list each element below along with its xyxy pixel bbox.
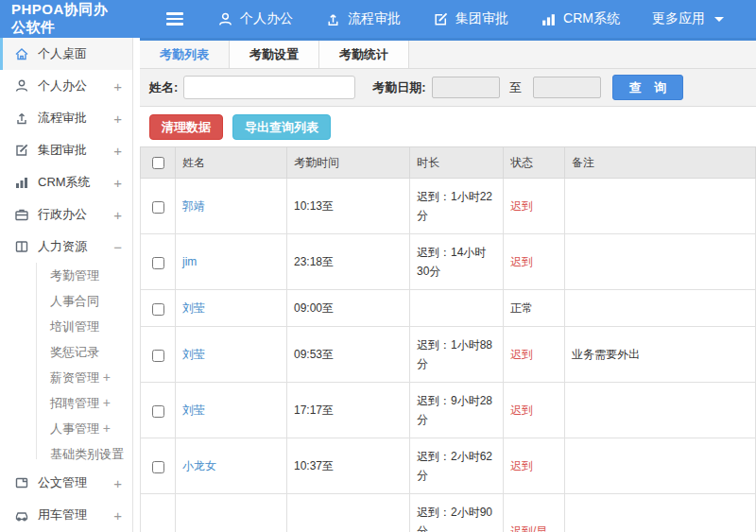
tab-bar: 考勤列表 考勤设置 考勤统计 [140, 41, 756, 69]
sidebar-item-group-approval[interactable]: 集团审批 + [0, 134, 132, 166]
top-menu-label: 流程审批 [348, 10, 401, 27]
hamburger-menu-icon[interactable] [166, 12, 183, 26]
note-cell: 1111 [565, 494, 756, 532]
employee-name-link[interactable]: 刘莹 [182, 301, 205, 315]
attendance-time-cell: 09:00至 [287, 290, 410, 327]
collapse-minus-icon[interactable]: − [113, 239, 122, 255]
main-content: 考勤列表 考勤设置 考勤统计 姓名: 考勤日期: 至 查 询 清理数据 导出查询… [140, 38, 756, 532]
table-header-row: 姓名 考勤时间 时长 状态 备注 [141, 147, 756, 179]
row-checkbox[interactable] [152, 461, 164, 473]
top-menu-group-approval[interactable]: 集团审批 [433, 10, 508, 27]
sidebar-subitem-salary[interactable]: 薪资管理 + [0, 365, 132, 390]
top-menu-crm[interactable]: CRM系统 [541, 10, 620, 27]
date-to-input[interactable] [533, 77, 601, 98]
column-header-name: 姓名 [176, 147, 287, 179]
employee-name-link[interactable]: 刘莹 [182, 403, 205, 417]
table-toolbar: 清理数据 导出查询列表 [140, 107, 756, 146]
note-cell [565, 234, 756, 290]
sidebar-subitem-label: 薪资管理 [50, 370, 99, 385]
row-checkbox[interactable] [152, 405, 164, 418]
expand-plus-icon[interactable]: + [113, 143, 122, 159]
attendance-table: 姓名 考勤时间 时长 状态 备注 郭靖 10:13至 迟到：1小时22分 [140, 146, 756, 532]
tab-attendance-settings[interactable]: 考勤设置 [230, 41, 319, 68]
duration-cell: 迟到：14小时30分 [410, 234, 504, 290]
note-cell [565, 438, 756, 494]
employee-name-link[interactable]: jim [182, 255, 197, 268]
book-icon [14, 239, 29, 254]
sidebar-item-desktop[interactable]: 个人桌面 [0, 38, 132, 70]
sidebar-item-admin-office[interactable]: 行政办公 + [0, 198, 132, 231]
topbar: PHPOA协同办公软件 个人办公 流程审批 集团审批 CRM系统 [0, 0, 756, 38]
expand-plus-icon[interactable]: + [103, 416, 111, 441]
top-menu-workflow-approval[interactable]: 流程审批 [325, 10, 401, 27]
expand-plus-icon[interactable]: + [103, 441, 111, 467]
sidebar-item-crm[interactable]: CRM系统 + [0, 166, 132, 198]
sidebar-subitem-rewards[interactable]: 奖惩记录 [0, 339, 132, 365]
sidebar-item-personal-office[interactable]: 个人办公 + [0, 70, 132, 102]
sidebar-item-label: 公文管理 [38, 474, 87, 491]
status-cell: 迟到/早退 [504, 494, 565, 532]
expand-plus-icon[interactable]: + [113, 507, 122, 523]
sidebar-hr-submenu: 考勤管理 人事合同 培训管理 奖惩记录 薪资管理 + 招聘管理 + 人事管理 +… [0, 263, 132, 467]
expand-plus-icon[interactable]: + [113, 175, 122, 191]
tab-attendance-stats[interactable]: 考勤统计 [319, 41, 409, 68]
attendance-time-cell: 17:17至 [287, 383, 410, 438]
select-all-checkbox[interactable] [152, 157, 164, 169]
top-menu-personal-office[interactable]: 个人办公 [217, 10, 293, 27]
app-logo: PHPOA协同办公软件 [0, 1, 121, 37]
sidebar-subitem-label: 培训管理 [50, 319, 99, 334]
row-checkbox[interactable] [152, 201, 164, 214]
employee-name-link[interactable]: 郭靖 [182, 199, 205, 213]
note-cell [565, 179, 756, 234]
export-list-button[interactable]: 导出查询列表 [232, 114, 331, 140]
employee-name-link[interactable]: 小龙女 [182, 459, 216, 472]
sidebar-subitem-training[interactable]: 培训管理 [0, 314, 132, 339]
status-cell: 迟到 [504, 234, 565, 290]
expand-plus-icon[interactable]: + [103, 365, 111, 390]
sidebar-subitem-contract[interactable]: 人事合同 [0, 288, 132, 314]
expand-plus-icon[interactable]: + [103, 390, 111, 416]
sidebar-item-documents[interactable]: 公文管理 + [0, 467, 132, 499]
status-cell: 迟到 [504, 383, 565, 438]
table-row: 刘莹 09:53至 迟到：1小时88分 迟到 业务需要外出 [141, 327, 756, 383]
status-cell: 正常 [504, 290, 565, 327]
sidebar-item-workflow-approval[interactable]: 流程审批 + [0, 102, 132, 134]
sidebar-item-vehicle[interactable]: 用车管理 + [0, 499, 132, 531]
duration-cell: 迟到：1小时22分 [410, 179, 504, 234]
top-menu-more-apps[interactable]: 更多应用 [652, 10, 724, 27]
table-row: 刘莹 09:00至 正常 [141, 290, 756, 327]
sidebar-item-label: 用车管理 [38, 506, 87, 523]
top-menu: 个人办公 流程审批 集团审批 CRM系统 更多应用 [217, 10, 756, 27]
bar-chart-icon [541, 11, 557, 27]
sidebar-subitem-label: 招聘管理 [50, 396, 99, 410]
edit-icon [433, 11, 449, 27]
sidebar-subitem-personnel[interactable]: 人事管理 + [0, 416, 132, 441]
employee-name-link[interactable]: 刘莹 [182, 348, 205, 361]
table-row: jim 23:18至 迟到：14小时30分 迟到 [141, 234, 756, 290]
sidebar-subitem-attendance[interactable]: 考勤管理 [0, 263, 132, 288]
table-row: 郭靖 10:13至 迟到：1小时22分 迟到 [141, 179, 756, 234]
sidebar-subitem-label: 基础类别设置 [50, 447, 124, 461]
expand-plus-icon[interactable]: + [113, 111, 122, 127]
clean-data-button[interactable]: 清理数据 [149, 114, 223, 140]
expand-plus-icon[interactable]: + [113, 207, 122, 223]
sidebar-item-label: 人力资源 [38, 238, 87, 255]
column-header-duration: 时长 [410, 147, 504, 179]
sidebar-subitem-base-category[interactable]: 基础类别设置 + [0, 441, 132, 467]
sidebar-item-hr[interactable]: 人力资源 − [0, 231, 132, 263]
tab-attendance-list[interactable]: 考勤列表 [140, 41, 230, 68]
expand-plus-icon[interactable]: + [113, 78, 122, 94]
sidebar-subitem-label: 考勤管理 [50, 268, 99, 283]
row-checkbox[interactable] [152, 350, 164, 362]
duration-cell: 迟到：1小时88分 [410, 327, 504, 383]
row-checkbox[interactable] [152, 303, 164, 316]
sidebar-subitem-recruit[interactable]: 招聘管理 + [0, 390, 132, 416]
date-from-input[interactable] [432, 77, 500, 98]
briefcase-icon [14, 207, 29, 222]
user-icon [217, 11, 233, 27]
expand-plus-icon[interactable]: + [113, 475, 122, 491]
row-checkbox[interactable] [152, 257, 164, 269]
name-input[interactable] [183, 76, 355, 99]
sidebar-subitem-label: 人事合同 [50, 294, 99, 308]
search-button[interactable]: 查 询 [612, 75, 684, 100]
